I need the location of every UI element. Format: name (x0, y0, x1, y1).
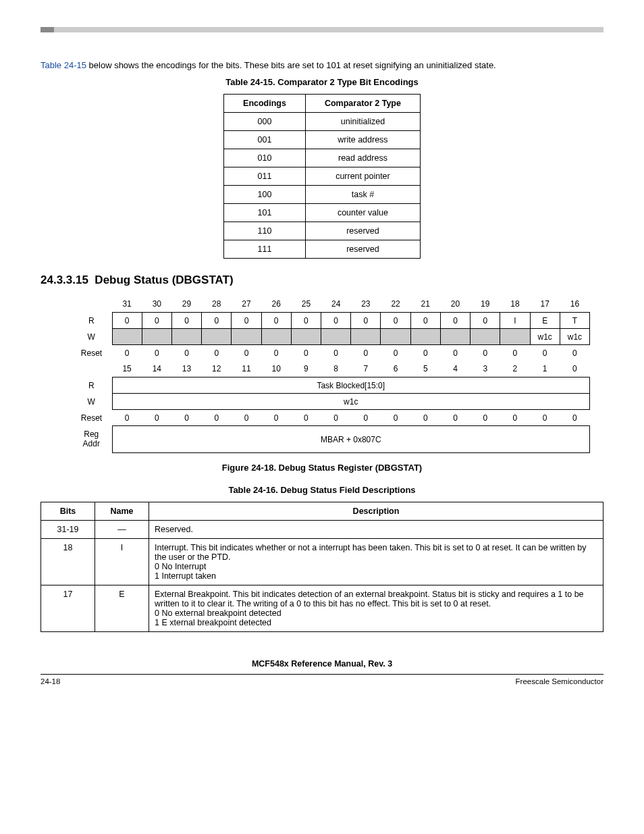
table16-caption: Table 24-16. Debug Status Field Descript… (41, 485, 603, 495)
bit-num: 10 (261, 361, 291, 377)
table16-bits: 31-19 (41, 521, 95, 539)
reset-cell: 0 (500, 345, 530, 361)
table16: Bits Name Description 31-19 — Reserved. … (41, 502, 603, 632)
bit-num: 17 (530, 296, 560, 313)
table16-name: E (95, 585, 149, 632)
reset-cell: 0 (560, 345, 589, 361)
row-label-regaddr: Reg Addr (74, 426, 112, 453)
table15-cell: current pointer (305, 167, 420, 185)
section-num: 24.3.3.15 (41, 273, 88, 286)
r-lo-field: Task Blocked[15:0] (112, 377, 590, 394)
w-cell (321, 329, 351, 345)
r-cell: 0 (351, 313, 381, 329)
reset-cell: 0 (530, 410, 560, 426)
reset-cell: 0 (291, 345, 321, 361)
table16-desc: Reserved. (149, 521, 603, 539)
footer-company: Freescale Semiconductor (516, 677, 603, 685)
w-cell (261, 329, 291, 345)
r-cell: 0 (410, 313, 440, 329)
r-cell: 0 (291, 313, 321, 329)
row-label-w: W (74, 329, 112, 345)
intro-rest: below shows the encodings for the bits. … (86, 60, 496, 70)
bit-num: 6 (381, 361, 410, 377)
table16-name: — (95, 521, 149, 539)
w-cell (142, 329, 171, 345)
r-cell: E (530, 313, 560, 329)
row-label-reset: Reset (74, 345, 112, 361)
r-cell: 0 (321, 313, 351, 329)
row-label-reset: Reset (74, 410, 112, 426)
w-cell (351, 329, 381, 345)
r-cell: 0 (440, 313, 470, 329)
row-label-r: R (74, 377, 112, 394)
r-cell: 0 (171, 313, 201, 329)
bit-num: 26 (261, 296, 291, 313)
footer-doc-title: MCF548x Reference Manual, Rev. 3 (41, 659, 603, 669)
table15-cell: uninitialized (305, 112, 420, 130)
bit-num: 2 (500, 361, 530, 377)
section-title: Debug Status (DBGSTAT) (95, 273, 233, 286)
bit-num: 21 (410, 296, 440, 313)
bit-num: 24 (321, 296, 351, 313)
reset-cell: 0 (232, 410, 261, 426)
r-cell: 0 (112, 313, 142, 329)
r-cell: 0 (142, 313, 171, 329)
table16-name: I (95, 539, 149, 585)
bit-num: 15 (112, 361, 142, 377)
reset-cell: 0 (471, 345, 500, 361)
bit-num: 13 (171, 361, 201, 377)
reset-cell: 0 (530, 345, 560, 361)
table16-head-desc: Description (149, 502, 603, 521)
row-label-w: W (74, 394, 112, 410)
table15-cell: 000 (224, 112, 306, 130)
r-cell: 0 (471, 313, 500, 329)
footer-page: 24-18 (41, 677, 60, 685)
w-cell (171, 329, 201, 345)
table-link[interactable]: Table 24-15 (41, 60, 86, 70)
table15-cell: 010 (224, 149, 306, 167)
table15-head-encodings: Encodings (224, 94, 306, 112)
register-diagram: 31 30 29 28 27 26 25 24 23 22 21 20 19 1… (74, 296, 590, 454)
w-cell (471, 329, 500, 345)
w-cell: w1c (530, 329, 560, 345)
reset-cell: 0 (500, 410, 530, 426)
reset-cell: 0 (410, 410, 440, 426)
reset-cell: 0 (321, 410, 351, 426)
bit-num: 16 (560, 296, 589, 313)
r-cell: 0 (381, 313, 410, 329)
reset-cell: 0 (471, 410, 500, 426)
row-label-r: R (74, 313, 112, 329)
bit-num: 1 (530, 361, 560, 377)
bit-num: 11 (232, 361, 261, 377)
reset-cell: 0 (171, 345, 201, 361)
table15: Encodings Comparator 2 Type 000uninitial… (223, 94, 421, 259)
table15-cell: read address (305, 149, 420, 167)
reset-cell: 0 (351, 410, 381, 426)
reset-cell: 0 (261, 345, 291, 361)
bit-num: 7 (351, 361, 381, 377)
table15-cell: 001 (224, 130, 306, 149)
reset-cell: 0 (202, 410, 232, 426)
table15-cell: counter value (305, 203, 420, 221)
reset-cell: 0 (112, 345, 142, 361)
table15-cell: 100 (224, 185, 306, 203)
table16-bits: 17 (41, 585, 95, 632)
table15-head-type: Comparator 2 Type (305, 94, 420, 112)
reset-cell: 0 (232, 345, 261, 361)
bit-num: 22 (381, 296, 410, 313)
bit-num: 0 (560, 361, 589, 377)
reset-cell: 0 (440, 410, 470, 426)
w-cell (381, 329, 410, 345)
table15-cell: write address (305, 130, 420, 149)
w-cell: w1c (560, 329, 589, 345)
figure-caption: Figure 24-18. Debug Status Register (DBG… (41, 463, 603, 473)
table15-caption: Table 24-15. Comparator 2 Type Bit Encod… (41, 77, 603, 87)
table15-cell: task # (305, 185, 420, 203)
footer-bar: 24-18 Freescale Semiconductor (41, 674, 603, 685)
reset-cell: 0 (142, 345, 171, 361)
table15-cell: reserved (305, 240, 420, 258)
r-cell: I (500, 313, 530, 329)
w-cell (112, 329, 142, 345)
w-lo-field: w1c (112, 394, 590, 410)
table15-cell: 110 (224, 221, 306, 240)
